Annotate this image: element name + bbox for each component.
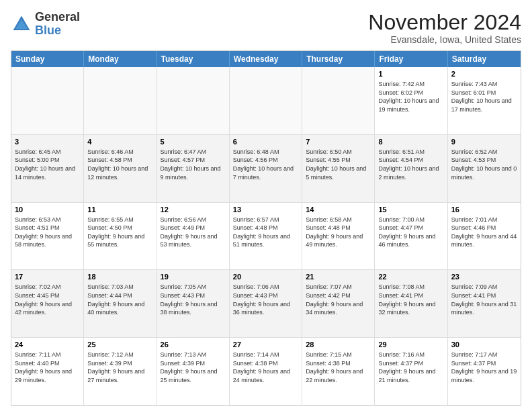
day-number: 27 xyxy=(233,340,298,350)
header-cell-sunday: Sunday xyxy=(11,51,84,67)
day-info: Sunrise: 6:55 AM Sunset: 4:50 PM Dayligh… xyxy=(87,216,152,249)
day-cell: 4Sunrise: 6:46 AM Sunset: 4:58 PM Daylig… xyxy=(84,135,157,202)
day-cell: 13Sunrise: 6:57 AM Sunset: 4:48 PM Dayli… xyxy=(230,203,302,270)
day-number: 9 xyxy=(451,137,517,147)
top-section: General Blue November 2024 Evansdale, Io… xyxy=(11,11,521,45)
day-cell: 9Sunrise: 6:52 AM Sunset: 4:53 PM Daylig… xyxy=(448,135,521,202)
day-info: Sunrise: 6:52 AM Sunset: 4:53 PM Dayligh… xyxy=(451,148,517,181)
day-info: Sunrise: 7:15 AM Sunset: 4:38 PM Dayligh… xyxy=(306,351,371,384)
day-cell: 25Sunrise: 7:12 AM Sunset: 4:39 PM Dayli… xyxy=(84,338,157,405)
day-info: Sunrise: 7:11 AM Sunset: 4:40 PM Dayligh… xyxy=(15,351,80,384)
header-cell-friday: Friday xyxy=(375,51,447,67)
month-title: November 2024 xyxy=(368,11,521,34)
day-number: 5 xyxy=(161,137,226,147)
calendar-row-4: 24Sunrise: 7:11 AM Sunset: 4:40 PM Dayli… xyxy=(11,338,521,405)
day-cell: 30Sunrise: 7:17 AM Sunset: 4:37 PM Dayli… xyxy=(448,338,521,405)
calendar: SundayMondayTuesdayWednesdayThursdayFrid… xyxy=(11,50,521,406)
day-number: 11 xyxy=(87,205,152,215)
calendar-body: 1Sunrise: 7:42 AM Sunset: 6:02 PM Daylig… xyxy=(11,67,521,405)
day-number: 29 xyxy=(378,340,443,350)
day-info: Sunrise: 6:57 AM Sunset: 4:48 PM Dayligh… xyxy=(233,216,298,249)
logo: General Blue xyxy=(11,11,80,38)
day-info: Sunrise: 7:00 AM Sunset: 4:47 PM Dayligh… xyxy=(378,216,443,249)
day-cell: 10Sunrise: 6:53 AM Sunset: 4:51 PM Dayli… xyxy=(11,203,84,270)
day-cell: 12Sunrise: 6:56 AM Sunset: 4:49 PM Dayli… xyxy=(157,203,230,270)
day-cell: 18Sunrise: 7:03 AM Sunset: 4:44 PM Dayli… xyxy=(84,270,157,337)
header-cell-thursday: Thursday xyxy=(302,51,375,67)
day-cell: 24Sunrise: 7:11 AM Sunset: 4:40 PM Dayli… xyxy=(11,338,84,405)
day-number: 21 xyxy=(306,272,371,282)
day-info: Sunrise: 7:08 AM Sunset: 4:41 PM Dayligh… xyxy=(378,283,443,316)
calendar-row-2: 10Sunrise: 6:53 AM Sunset: 4:51 PM Dayli… xyxy=(11,203,521,271)
day-info: Sunrise: 7:12 AM Sunset: 4:39 PM Dayligh… xyxy=(87,351,152,384)
day-info: Sunrise: 7:42 AM Sunset: 6:02 PM Dayligh… xyxy=(378,80,443,113)
logo-blue-text: Blue xyxy=(35,24,61,37)
day-info: Sunrise: 7:16 AM Sunset: 4:37 PM Dayligh… xyxy=(378,351,443,384)
day-cell xyxy=(302,67,375,134)
calendar-header: SundayMondayTuesdayWednesdayThursdayFrid… xyxy=(11,51,521,67)
header-cell-saturday: Saturday xyxy=(448,51,521,67)
logo-text: General Blue xyxy=(35,11,80,38)
day-info: Sunrise: 6:48 AM Sunset: 4:56 PM Dayligh… xyxy=(233,148,298,181)
day-number: 3 xyxy=(15,137,80,147)
day-info: Sunrise: 6:53 AM Sunset: 4:51 PM Dayligh… xyxy=(15,216,80,249)
day-number: 13 xyxy=(233,205,298,215)
day-number: 26 xyxy=(161,340,226,350)
calendar-row-0: 1Sunrise: 7:42 AM Sunset: 6:02 PM Daylig… xyxy=(11,67,521,135)
day-number: 24 xyxy=(15,340,80,350)
day-info: Sunrise: 7:09 AM Sunset: 4:41 PM Dayligh… xyxy=(451,283,517,316)
day-number: 4 xyxy=(87,137,152,147)
header-cell-tuesday: Tuesday xyxy=(157,51,230,67)
day-info: Sunrise: 7:03 AM Sunset: 4:44 PM Dayligh… xyxy=(87,283,152,316)
day-info: Sunrise: 6:51 AM Sunset: 4:54 PM Dayligh… xyxy=(378,148,443,181)
logo-general: General xyxy=(35,10,80,24)
day-cell: 26Sunrise: 7:13 AM Sunset: 4:39 PM Dayli… xyxy=(157,338,230,405)
day-cell: 27Sunrise: 7:14 AM Sunset: 4:38 PM Dayli… xyxy=(230,338,302,405)
day-info: Sunrise: 7:17 AM Sunset: 4:37 PM Dayligh… xyxy=(451,351,517,384)
day-info: Sunrise: 6:46 AM Sunset: 4:58 PM Dayligh… xyxy=(87,148,152,181)
day-cell: 14Sunrise: 6:58 AM Sunset: 4:48 PM Dayli… xyxy=(302,203,375,270)
day-cell: 22Sunrise: 7:08 AM Sunset: 4:41 PM Dayli… xyxy=(375,270,447,337)
day-cell: 1Sunrise: 7:42 AM Sunset: 6:02 PM Daylig… xyxy=(375,67,447,134)
day-cell: 5Sunrise: 6:47 AM Sunset: 4:57 PM Daylig… xyxy=(157,135,230,202)
logo-icon xyxy=(11,13,32,35)
day-cell: 21Sunrise: 7:07 AM Sunset: 4:42 PM Dayli… xyxy=(302,270,375,337)
day-info: Sunrise: 6:50 AM Sunset: 4:55 PM Dayligh… xyxy=(306,148,371,181)
day-number: 30 xyxy=(451,340,517,350)
day-number: 18 xyxy=(87,272,152,282)
day-info: Sunrise: 6:47 AM Sunset: 4:57 PM Dayligh… xyxy=(161,148,226,181)
title-section: November 2024 Evansdale, Iowa, United St… xyxy=(368,11,521,45)
day-cell: 28Sunrise: 7:15 AM Sunset: 4:38 PM Dayli… xyxy=(302,338,375,405)
day-number: 25 xyxy=(87,340,152,350)
day-info: Sunrise: 7:13 AM Sunset: 4:39 PM Dayligh… xyxy=(161,351,226,384)
day-info: Sunrise: 7:07 AM Sunset: 4:42 PM Dayligh… xyxy=(306,283,371,316)
day-cell: 15Sunrise: 7:00 AM Sunset: 4:47 PM Dayli… xyxy=(375,203,447,270)
day-cell: 29Sunrise: 7:16 AM Sunset: 4:37 PM Dayli… xyxy=(375,338,447,405)
day-number: 19 xyxy=(161,272,226,282)
day-number: 17 xyxy=(15,272,80,282)
day-cell xyxy=(84,67,157,134)
day-cell: 7Sunrise: 6:50 AM Sunset: 4:55 PM Daylig… xyxy=(302,135,375,202)
day-number: 10 xyxy=(15,205,80,215)
calendar-row-1: 3Sunrise: 6:45 AM Sunset: 5:00 PM Daylig… xyxy=(11,135,521,203)
day-number: 1 xyxy=(378,69,443,79)
day-info: Sunrise: 7:01 AM Sunset: 4:46 PM Dayligh… xyxy=(451,216,517,249)
day-cell xyxy=(157,67,230,134)
day-number: 15 xyxy=(378,205,443,215)
day-number: 2 xyxy=(451,69,517,79)
day-cell: 8Sunrise: 6:51 AM Sunset: 4:54 PM Daylig… xyxy=(375,135,447,202)
day-cell xyxy=(230,67,302,134)
day-cell: 17Sunrise: 7:02 AM Sunset: 4:45 PM Dayli… xyxy=(11,270,84,337)
day-info: Sunrise: 6:58 AM Sunset: 4:48 PM Dayligh… xyxy=(306,216,371,249)
location: Evansdale, Iowa, United States xyxy=(368,34,521,45)
day-number: 28 xyxy=(306,340,371,350)
day-number: 14 xyxy=(306,205,371,215)
day-number: 8 xyxy=(378,137,443,147)
day-info: Sunrise: 7:43 AM Sunset: 6:01 PM Dayligh… xyxy=(451,80,517,113)
day-number: 20 xyxy=(233,272,298,282)
day-info: Sunrise: 7:14 AM Sunset: 4:38 PM Dayligh… xyxy=(233,351,298,384)
header-cell-wednesday: Wednesday xyxy=(230,51,302,67)
day-number: 23 xyxy=(451,272,517,282)
day-cell: 2Sunrise: 7:43 AM Sunset: 6:01 PM Daylig… xyxy=(448,67,521,134)
day-number: 7 xyxy=(306,137,371,147)
